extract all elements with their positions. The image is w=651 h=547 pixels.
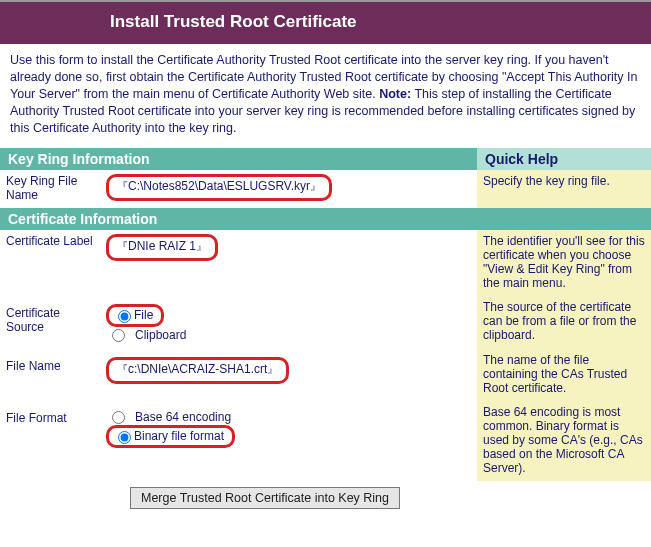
label-file-format: File Format (0, 401, 100, 481)
help-file-name: The name of the file containing the CAs … (477, 349, 651, 401)
label-file-name: File Name (0, 349, 100, 401)
file-name-input[interactable]: 『c:\DNIe\ACRAIZ-SHA1.crt』 (106, 357, 289, 384)
help-cert-source: The source of the certificate can be fro… (477, 296, 651, 349)
help-cert-label: The identifier you'll see for this certi… (477, 230, 651, 296)
keyring-table: Key Ring File Name 『C:\Notes852\Data\ESL… (0, 170, 651, 208)
certinfo-table: Certificate Label 『DNIe RAIZ 1』 The iden… (0, 230, 651, 481)
merge-button[interactable]: Merge Trusted Root Certificate into Key … (130, 487, 400, 509)
file-format-binary-label: Binary file format (134, 429, 224, 443)
file-format-radio-binary[interactable] (118, 431, 131, 444)
cell-file-format-value: Base 64 encoding Binary file format (100, 401, 477, 481)
file-name-value: c:\DNIe\ACRAIZ-SHA1.crt (128, 362, 267, 376)
row-keyring-file: Key Ring File Name 『C:\Notes852\Data\ESL… (0, 170, 651, 208)
label-cert-label: Certificate Label (0, 230, 100, 296)
help-file-format: Base 64 encoding is most common. Binary … (477, 401, 651, 481)
file-format-base64-label: Base 64 encoding (135, 410, 231, 424)
cert-label-input[interactable]: 『DNIe RAIZ 1』 (106, 234, 218, 261)
help-keyring-file: Specify the key ring file. (477, 170, 651, 208)
section-title-spacer (477, 208, 651, 229)
section-header-certinfo: Certificate Information (0, 208, 651, 230)
cell-cert-source-value: File Clipboard (100, 296, 477, 349)
field-open-marker: 『 (117, 180, 128, 193)
cert-label-value: DNIe RAIZ 1 (128, 239, 196, 253)
section-title-quickhelp: Quick Help (477, 148, 651, 170)
label-cert-source: Certificate Source (0, 296, 100, 349)
field-close-marker: 』 (196, 240, 207, 253)
file-format-binary-wrap: Binary file format (106, 425, 235, 448)
footer: Merge Trusted Root Certificate into Key … (0, 481, 651, 517)
field-close-marker: 』 (310, 180, 321, 193)
row-cert-label: Certificate Label 『DNIe RAIZ 1』 The iden… (0, 230, 651, 296)
keyring-file-input[interactable]: 『C:\Notes852\Data\ESLUGSRV.kyr』 (106, 174, 332, 201)
intro-text: Use this form to install the Certificate… (0, 44, 651, 148)
row-cert-source: Certificate Source File Clipboard The so… (0, 296, 651, 349)
intro-note-label: Note: (379, 87, 411, 101)
cert-source-radio-clipboard[interactable] (112, 329, 125, 342)
label-keyring-file: Key Ring File Name (0, 170, 100, 208)
cert-source-radio-file[interactable] (118, 310, 131, 323)
field-open-marker: 『 (117, 363, 128, 376)
field-open-marker: 『 (117, 240, 128, 253)
keyring-file-value: C:\Notes852\Data\ESLUGSRV.kyr (128, 179, 310, 193)
cert-source-radios: File Clipboard (106, 304, 471, 343)
section-title-certinfo: Certificate Information (0, 208, 477, 230)
file-format-radios: Base 64 encoding Binary file format (106, 409, 471, 448)
cert-source-clipboard-label: Clipboard (135, 328, 186, 342)
row-file-format: File Format Base 64 encoding Binary file… (0, 401, 651, 481)
cell-keyring-value: 『C:\Notes852\Data\ESLUGSRV.kyr』 (100, 170, 477, 208)
cell-cert-label-value: 『DNIe RAIZ 1』 (100, 230, 477, 296)
cert-source-file-label: File (134, 308, 153, 322)
section-header-keyring: Key Ring Information Quick Help (0, 148, 651, 170)
section-title-keyring: Key Ring Information (0, 148, 477, 170)
row-file-name: File Name 『c:\DNIe\ACRAIZ-SHA1.crt』 The … (0, 349, 651, 401)
page-title: Install Trusted Root Certificate (0, 0, 651, 44)
file-format-radio-base64[interactable] (112, 411, 125, 424)
cert-source-file-wrap: File (106, 304, 164, 327)
cell-file-name-value: 『c:\DNIe\ACRAIZ-SHA1.crt』 (100, 349, 477, 401)
field-close-marker: 』 (267, 363, 278, 376)
